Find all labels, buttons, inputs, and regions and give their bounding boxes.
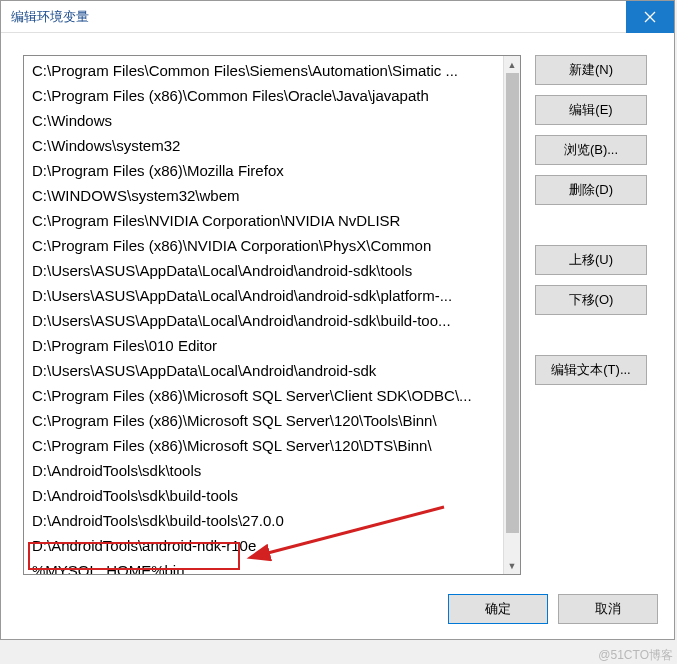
dialog-title: 编辑环境变量 — [11, 8, 89, 26]
dialog-footer: 确定 取消 — [1, 579, 674, 639]
dialog-body: C:\Program Files\Common Files\Siemens\Au… — [1, 33, 674, 579]
scroll-up-arrow[interactable]: ▲ — [504, 56, 520, 73]
list-item[interactable]: D:\Program Files (x86)\Mozilla Firefox — [28, 158, 499, 183]
list-item[interactable]: D:\Users\ASUS\AppData\Local\Android\andr… — [28, 283, 499, 308]
list-item[interactable]: C:\Windows — [28, 108, 499, 133]
list-item[interactable]: %MYSQL_HOME%bin — [28, 558, 499, 574]
list-item[interactable]: C:\Program Files\Common Files\Siemens\Au… — [28, 58, 499, 83]
watermark-text: @51CTO博客 — [598, 647, 673, 664]
scroll-down-arrow[interactable]: ▼ — [504, 557, 520, 574]
list-item[interactable]: C:\WINDOWS\system32\wbem — [28, 183, 499, 208]
edit-text-button[interactable]: 编辑文本(T)... — [535, 355, 647, 385]
list-item[interactable]: D:\Users\ASUS\AppData\Local\Android\andr… — [28, 308, 499, 333]
delete-button[interactable]: 删除(D) — [535, 175, 647, 205]
edit-env-var-dialog: 编辑环境变量 C:\Program Files\Common Files\Sie… — [0, 0, 675, 640]
list-item[interactable]: D:\AndroidTools\android-ndk-r10e — [28, 533, 499, 558]
list-item[interactable]: D:\Program Files\010 Editor — [28, 333, 499, 358]
move-up-button[interactable]: 上移(U) — [535, 245, 647, 275]
list-item[interactable]: C:\Program Files (x86)\Microsoft SQL Ser… — [28, 408, 499, 433]
list-item[interactable]: C:\Program Files (x86)\Microsoft SQL Ser… — [28, 433, 499, 458]
titlebar: 编辑环境变量 — [1, 1, 674, 33]
new-button[interactable]: 新建(N) — [535, 55, 647, 85]
browse-button[interactable]: 浏览(B)... — [535, 135, 647, 165]
list-item[interactable]: C:\Program Files (x86)\Microsoft SQL Ser… — [28, 383, 499, 408]
edit-button[interactable]: 编辑(E) — [535, 95, 647, 125]
list-item[interactable]: C:\Program Files (x86)\NVIDIA Corporatio… — [28, 233, 499, 258]
list-item[interactable]: C:\Program Files (x86)\Common Files\Orac… — [28, 83, 499, 108]
list-item[interactable]: D:\AndroidTools\sdk\tools — [28, 458, 499, 483]
scroll-thumb[interactable] — [506, 73, 519, 533]
list-item[interactable]: C:\Program Files\NVIDIA Corporation\NVID… — [28, 208, 499, 233]
list-item[interactable]: D:\Users\ASUS\AppData\Local\Android\andr… — [28, 258, 499, 283]
ok-button[interactable]: 确定 — [448, 594, 548, 624]
list-item[interactable]: D:\AndroidTools\sdk\build-tools\27.0.0 — [28, 508, 499, 533]
path-listbox[interactable]: C:\Program Files\Common Files\Siemens\Au… — [24, 56, 503, 574]
button-column: 新建(N) 编辑(E) 浏览(B)... 删除(D) 上移(U) 下移(O) 编… — [535, 55, 647, 569]
close-button[interactable] — [626, 1, 674, 33]
spacer — [535, 215, 647, 245]
close-icon — [644, 11, 656, 23]
vertical-scrollbar[interactable]: ▲ ▼ — [503, 56, 520, 574]
list-item[interactable]: D:\Users\ASUS\AppData\Local\Android\andr… — [28, 358, 499, 383]
cancel-button[interactable]: 取消 — [558, 594, 658, 624]
path-listbox-container: C:\Program Files\Common Files\Siemens\Au… — [23, 55, 521, 575]
list-item[interactable]: C:\Windows\system32 — [28, 133, 499, 158]
list-item[interactable]: D:\AndroidTools\sdk\build-tools — [28, 483, 499, 508]
move-down-button[interactable]: 下移(O) — [535, 285, 647, 315]
spacer — [535, 325, 647, 355]
